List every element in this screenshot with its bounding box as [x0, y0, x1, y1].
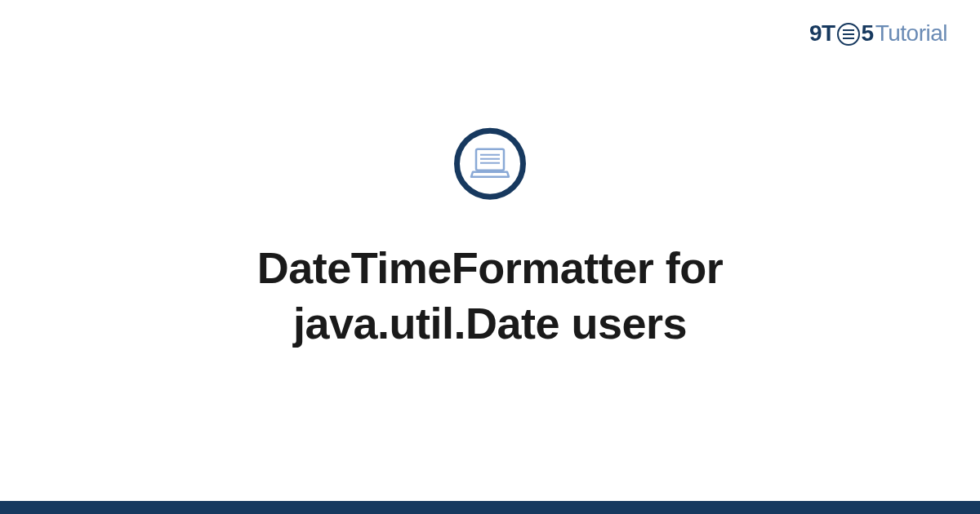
logo-ring-bars: [843, 33, 854, 36]
hero-icon-circle: [454, 128, 526, 200]
logo-text-tutorial: Tutorial: [875, 20, 947, 47]
logo-text-5: 5: [862, 20, 874, 47]
logo-text-9t: 9T: [809, 20, 835, 47]
logo-ring-icon: [837, 23, 860, 46]
page-title: DateTimeFormatter for java.util.Date use…: [122, 241, 858, 351]
footer-accent-bar: [0, 501, 980, 514]
main-content: DateTimeFormatter for java.util.Date use…: [0, 128, 980, 351]
laptop-document-icon: [470, 148, 510, 180]
site-logo: 9T 5 Tutorial: [809, 20, 947, 47]
